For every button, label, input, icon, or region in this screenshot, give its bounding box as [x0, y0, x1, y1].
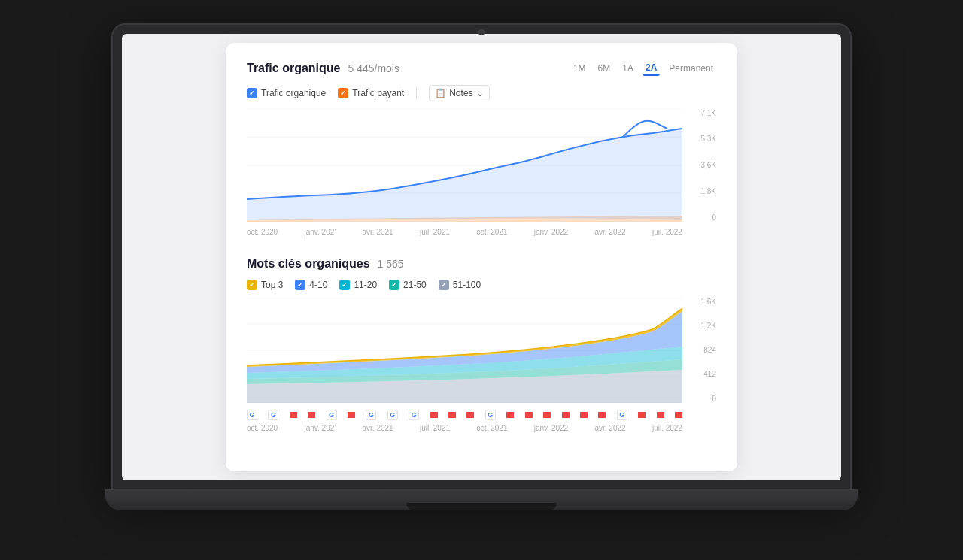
x-avr2021: avr. 2021	[363, 228, 393, 236]
notes-icon: 📋	[435, 88, 446, 98]
legend-trafic-payant[interactable]: Trafic payant	[338, 88, 404, 98]
trafic-y-axis: 7,1K 5,3K 3,6K 1,8K 0	[682, 109, 716, 222]
laptop-notch	[436, 506, 527, 510]
section1-value: 5 445/mois	[348, 62, 399, 74]
trafic-chart-container: 7,1K 5,3K 3,6K 1,8K 0	[247, 109, 716, 222]
legend-label-21-50: 21-50	[403, 280, 427, 290]
section2-header: Mots clés organiques 1 565	[247, 257, 716, 271]
keywords-chart-area	[247, 298, 682, 403]
flag-icon-6	[466, 412, 474, 418]
ky-label-824: 824	[703, 346, 716, 354]
trafic-x-axis: oct. 2020 janv. 202' avr. 2021 juil. 202…	[247, 228, 682, 236]
section2-value: 1 565	[378, 258, 404, 270]
ky-label-16k: 1,6K	[700, 298, 716, 306]
y-label-36k: 3,6K	[700, 161, 716, 169]
legend-4-10[interactable]: 4-10	[295, 280, 327, 290]
x-oct2020: oct. 2020	[247, 228, 278, 236]
laptop-base	[105, 489, 858, 510]
legend-label-4-10: 4-10	[309, 280, 327, 290]
flag-icon-10	[562, 412, 570, 418]
section1-title-group: Trafic organique 5 445/mois	[247, 62, 399, 75]
x-oct2021: oct. 2021	[476, 228, 507, 236]
flag-icon-13	[638, 412, 646, 418]
legend-divider	[416, 87, 417, 99]
legend-label-11-20: 11-20	[354, 280, 377, 290]
google-icon-3: G	[327, 410, 337, 420]
google-icon-4: G	[366, 410, 376, 420]
google-icon-2: G	[268, 410, 278, 420]
flag-icon-4	[430, 412, 438, 418]
section2-title: Mots clés organiques	[247, 257, 370, 271]
x-jan2021: janv. 202'	[304, 228, 336, 236]
y-label-53k: 5,3K	[700, 135, 716, 143]
legend-51-100[interactable]: 51-100	[439, 280, 481, 290]
notes-chevron-icon: ⌄	[476, 88, 484, 98]
checkbox-11-20	[339, 280, 350, 290]
checkbox-51-100	[439, 280, 449, 290]
kx-avr2022: avr. 2022	[594, 424, 625, 432]
ky-label-412: 412	[703, 370, 716, 378]
trafic-chart-svg	[247, 109, 682, 222]
checkbox-top3	[247, 280, 257, 290]
checkbox-21-50	[389, 280, 399, 290]
legend-11-20[interactable]: 11-20	[339, 280, 377, 290]
y-label-18k: 1,8K	[700, 187, 716, 195]
section1-legend: Trafic organique Trafic payant 📋 Notes ⌄	[247, 85, 716, 101]
legend-21-50[interactable]: 21-50	[389, 280, 427, 290]
kx-oct2021: oct. 2021	[476, 424, 507, 432]
kx-oct2020: oct. 2020	[247, 424, 278, 432]
y-label-0: 0	[712, 213, 716, 222]
notes-label: Notes	[449, 88, 472, 98]
legend-label-organic: Trafic organique	[261, 88, 326, 98]
x-jul2022: juil. 2022	[652, 228, 682, 236]
keywords-chart-container: 1,6K 1,2K 824 412 0	[247, 298, 716, 403]
kx-jan2021: janv. 202'	[304, 424, 336, 432]
google-icon-5: G	[387, 410, 398, 420]
ky-label-12k: 1,2K	[700, 322, 716, 330]
section2-legend: Top 3 4-10 11-20 21-50	[247, 280, 716, 290]
legend-label-paid: Trafic payant	[352, 88, 404, 98]
keywords-y-axis: 1,6K 1,2K 824 412 0	[682, 298, 716, 403]
flag-icon-1	[290, 412, 297, 418]
legend-label-top3: Top 3	[261, 280, 283, 290]
screen-content: Trafic organique 5 445/mois 1M 6M 1A 2A …	[122, 34, 841, 480]
google-icon-1: G	[247, 410, 257, 420]
ky-label-0: 0	[712, 395, 716, 403]
flag-icon-2	[308, 412, 315, 418]
kx-jan2022: janv. 2022	[534, 424, 568, 432]
google-icon-7: G	[485, 410, 496, 420]
flag-icon-5	[448, 412, 456, 418]
section1-title: Trafic organique	[247, 62, 340, 75]
checkbox-4-10	[295, 280, 305, 290]
flag-icon-11	[580, 412, 588, 418]
event-icons-row: G G G G G G G	[247, 409, 682, 421]
legend-trafic-organique[interactable]: Trafic organique	[247, 88, 326, 98]
x-jan2022: janv. 2022	[534, 228, 568, 236]
filter-permanent[interactable]: Permanent	[666, 62, 716, 75]
trafic-chart-area	[247, 109, 682, 222]
filter-2a[interactable]: 2A	[643, 61, 660, 76]
keywords-chart-svg	[247, 298, 682, 403]
checkbox-trafic-organique	[247, 88, 257, 98]
section2-title-group: Mots clés organiques 1 565	[247, 257, 404, 271]
checkbox-trafic-payant	[338, 88, 348, 98]
filter-1a[interactable]: 1A	[619, 62, 636, 75]
x-jul2021: juil. 2021	[420, 228, 450, 236]
kx-jul2022: juil. 2022	[652, 424, 682, 432]
flag-icon-3	[348, 412, 355, 418]
laptop-screen: Trafic organique 5 445/mois 1M 6M 1A 2A …	[113, 25, 850, 489]
filter-6m[interactable]: 6M	[595, 62, 614, 75]
trafic-organique-section: Trafic organique 5 445/mois 1M 6M 1A 2A …	[247, 61, 716, 236]
flag-icon-9	[543, 412, 551, 418]
flag-icon-14	[657, 412, 664, 418]
mots-cles-section: Mots clés organiques 1 565 Top 3 4-10	[247, 257, 716, 432]
google-icon-8: G	[617, 410, 627, 420]
flag-icon-15	[675, 412, 682, 418]
filter-1m[interactable]: 1M	[570, 62, 589, 75]
notes-button[interactable]: 📋 Notes ⌄	[429, 85, 489, 101]
legend-label-51-100: 51-100	[453, 280, 481, 290]
google-icon-6: G	[409, 410, 419, 420]
kx-avr2021: avr. 2021	[363, 424, 393, 432]
keywords-x-axis: oct. 2020 janv. 202' avr. 2021 juil. 202…	[247, 424, 682, 432]
legend-top3[interactable]: Top 3	[247, 280, 283, 290]
